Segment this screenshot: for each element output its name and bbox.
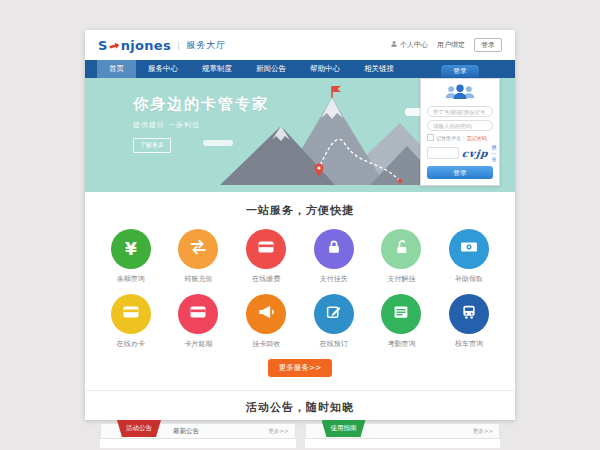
service-card-recycle[interactable]: 挂卡回收 [232, 285, 300, 350]
login-tab[interactable]: 登录 [441, 65, 479, 78]
nav-item-news[interactable]: 新闻公告 [244, 60, 298, 78]
service-schoolbus-query[interactable]: 校车查询 [435, 285, 503, 350]
card-icon [188, 302, 208, 326]
remember-checkbox[interactable] [427, 134, 434, 141]
panel-usage-guide: 使用指南更多>> [305, 423, 501, 448]
panel-activity-notice: 活动公告最新公告更多>> [100, 423, 296, 448]
announcements-section: 活动公告，随时知晓 活动公告最新公告更多>>使用指南更多>> [85, 390, 515, 448]
service-icon-circle[interactable] [246, 294, 286, 334]
lock-icon [325, 238, 343, 260]
person-icon [390, 40, 398, 50]
service-label: 补助领取 [435, 274, 503, 284]
more-link-usage-guide[interactable]: 更多>> [473, 428, 493, 435]
logo-text-rest: njones [121, 38, 171, 53]
header-link-user-binding[interactable]: 用户绑定 [437, 40, 465, 50]
logo: S njones | 服务大厅 [98, 38, 226, 53]
service-label: 支付解挂 [368, 274, 436, 284]
service-card-renewal[interactable]: 卡片延期 [165, 285, 233, 350]
service-label: 支付挂失 [300, 274, 368, 284]
service-label: 考勤查询 [368, 339, 436, 349]
nav-item-home[interactable]: 首页 [97, 60, 136, 78]
service-transfer-recharge[interactable]: 转账充值 [165, 220, 233, 285]
top-bar: S njones | 服务大厅 个人中心 用户绑定 登录 [85, 30, 515, 60]
service-online-booking[interactable]: 在线预订 [300, 285, 368, 350]
captcha-row: cvjp 换一张 [427, 144, 493, 162]
captcha-input[interactable] [427, 147, 459, 159]
service-label: 在线缴费 [232, 274, 300, 284]
service-attendance-query[interactable]: 考勤查询 [368, 285, 436, 350]
more-services-button[interactable]: 更多服务>> [268, 359, 333, 377]
service-icon-circle[interactable] [314, 229, 354, 269]
list-icon [392, 303, 410, 325]
logo-arrow-icon [109, 41, 120, 50]
hero-banner: 你身边的卡管专家 提供捷径 一步到位 了解更多 登录 [85, 78, 515, 192]
service-payment-loss[interactable]: 支付挂失 [300, 220, 368, 285]
announcement-panels: 活动公告最新公告更多>>使用指南更多>> [85, 423, 515, 448]
service-balance-query[interactable]: ¥ 余额查询 [97, 220, 165, 285]
login-form: 记住用户名 | 忘记密码 cvjp 换一张 登录 [420, 78, 500, 186]
service-online-payment[interactable]: 在线缴费 [232, 220, 300, 285]
announcements-title: 活动公告，随时知晓 [85, 400, 515, 415]
service-icon-circle[interactable] [111, 294, 151, 334]
remember-label: 记住用户名 [436, 135, 461, 141]
nav-item-help-center[interactable]: 帮助中心 [298, 60, 352, 78]
banner-text-block: 你身边的卡管专家 提供捷径 一步到位 了解更多 [133, 95, 269, 153]
service-label: 余额查询 [97, 274, 165, 284]
service-label: 卡片延期 [165, 339, 233, 349]
site-container: S njones | 服务大厅 个人中心 用户绑定 登录 [85, 30, 515, 420]
password-input[interactable] [427, 120, 493, 131]
panel-body-usage-guide [305, 439, 501, 448]
services-title: 一站服务，方便快捷 [85, 203, 515, 218]
captcha-image: cvjp [461, 148, 489, 159]
nav-item-service-center[interactable]: 服务中心 [136, 60, 190, 78]
card-icon [121, 302, 141, 326]
more-link-activity-notice[interactable]: 更多>> [268, 428, 288, 435]
service-icon-circle[interactable] [178, 294, 218, 334]
tab-latest-news[interactable]: 最新公告 [173, 427, 199, 436]
service-icon-circle[interactable] [381, 294, 421, 334]
services-grid: ¥ 余额查询 转账充值 在线缴费 支付挂失 支付解挂 补助领取 [85, 220, 515, 350]
service-icon-circle[interactable] [246, 229, 286, 269]
service-subsidy-collect[interactable]: 补助领取 [435, 220, 503, 285]
nav-item-rules[interactable]: 规章制度 [190, 60, 244, 78]
flag-icon [332, 86, 341, 92]
people-icon [427, 84, 493, 103]
ribbon-tab-activity-notice[interactable]: 活动公告 [117, 420, 161, 437]
header-link-personal-center[interactable]: 个人中心 [390, 40, 428, 50]
bus-icon [460, 303, 478, 325]
services-section: 一站服务，方便快捷 ¥ 余额查询 转账充值 在线缴费 支付挂失 支付解挂 [85, 192, 515, 377]
service-icon-circle[interactable] [449, 294, 489, 334]
page-background: S njones | 服务大厅 个人中心 用户绑定 登录 [0, 0, 600, 450]
service-online-card-apply[interactable]: 在线办卡 [97, 285, 165, 350]
transfer-icon [188, 237, 208, 261]
panel-header-usage-guide: 使用指南更多>> [305, 423, 501, 439]
banner-title: 你身边的卡管专家 [133, 95, 269, 114]
panel-header-activity-notice: 活动公告最新公告更多>> [100, 423, 296, 439]
service-payment-unfreeze[interactable]: 支付解挂 [368, 220, 436, 285]
top-links: 个人中心 用户绑定 登录 [390, 38, 502, 52]
megaphone-icon [256, 302, 276, 326]
service-label: 挂卡回收 [232, 339, 300, 349]
header-login-button[interactable]: 登录 [474, 38, 502, 52]
service-icon-circle[interactable] [449, 229, 489, 269]
service-icon-circle[interactable]: ¥ [111, 229, 151, 269]
banner-cta-button[interactable]: 了解更多 [133, 138, 171, 153]
panel-body-activity-notice [100, 439, 296, 448]
yen-icon: ¥ [125, 240, 137, 259]
logo-divider: | [177, 40, 180, 50]
login-panel: 登录 记住用户名 | 忘记密码 [420, 65, 500, 186]
username-input[interactable] [427, 106, 493, 117]
service-icon-circle[interactable] [381, 229, 421, 269]
login-submit-button[interactable]: 登录 [427, 166, 493, 179]
nav-item-related-links[interactable]: 相关链接 [352, 60, 406, 78]
service-label: 在线办卡 [97, 339, 165, 349]
card-icon [256, 237, 276, 261]
service-label: 校车查询 [435, 339, 503, 349]
ribbon-tab-usage-guide[interactable]: 使用指南 [322, 420, 366, 437]
captcha-refresh-link[interactable]: 换一张 [492, 144, 497, 162]
edit-icon [325, 303, 343, 325]
service-icon-circle[interactable] [178, 229, 218, 269]
unlock-icon [392, 238, 410, 260]
forgot-password-link[interactable]: 忘记密码 [467, 135, 487, 141]
service-icon-circle[interactable] [314, 294, 354, 334]
